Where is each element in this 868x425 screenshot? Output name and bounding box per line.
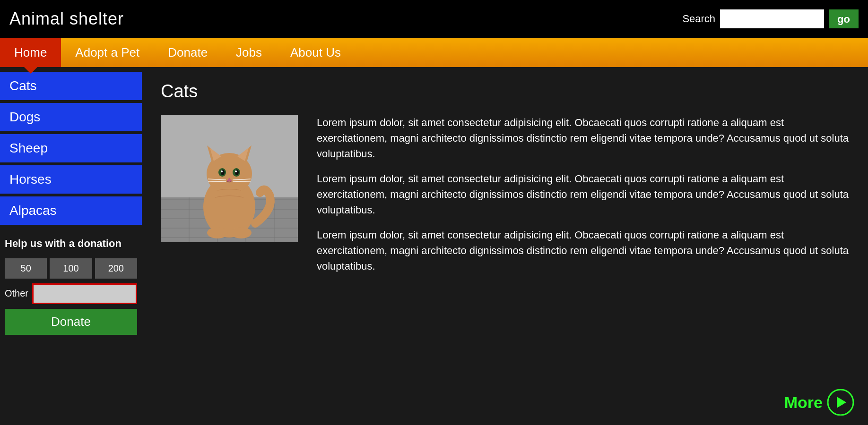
other-amount-input[interactable] — [32, 283, 137, 304]
donation-box: Help us with a donation 50 100 200 Other… — [0, 228, 142, 344]
svg-point-28 — [207, 227, 228, 238]
sidebar-item-dogs[interactable]: Dogs — [0, 103, 142, 131]
more-text: More — [784, 393, 823, 412]
svg-point-20 — [235, 170, 239, 175]
nav-item-adopt[interactable]: Adopt a Pet — [61, 38, 154, 67]
svg-point-21 — [221, 170, 223, 172]
search-label: Search — [682, 13, 715, 25]
page-title: Cats — [161, 81, 849, 102]
donation-amounts: 50 100 200 — [5, 258, 137, 279]
more-arrow-icon — [827, 389, 854, 416]
site-title: Animal shelter — [9, 9, 124, 29]
content-paragraph-2: Lorem ipsum dolor, sit amet consectetur … — [317, 171, 849, 218]
nav-item-home[interactable]: Home — [0, 38, 61, 67]
donate-button[interactable]: Donate — [5, 309, 137, 335]
nav-item-donate[interactable]: Donate — [154, 38, 222, 67]
svg-marker-31 — [837, 397, 846, 408]
other-label: Other — [5, 288, 28, 299]
header-right: Search go — [682, 9, 859, 28]
cat-image — [161, 115, 298, 242]
main: Cats Dogs Sheep Horses Alpacas Help us w… — [0, 67, 868, 425]
amount-200-button[interactable]: 200 — [95, 258, 137, 279]
header: Animal shelter Search go — [0, 0, 868, 38]
sidebar-item-sheep[interactable]: Sheep — [0, 134, 142, 162]
donation-title: Help us with a donation — [5, 237, 137, 251]
more-section[interactable]: More — [784, 389, 854, 416]
sidebar-item-cats[interactable]: Cats — [0, 72, 142, 100]
sidebar: Cats Dogs Sheep Horses Alpacas Help us w… — [0, 67, 142, 425]
svg-line-27 — [233, 181, 251, 182]
search-input[interactable] — [720, 9, 824, 28]
other-row: Other — [5, 283, 137, 304]
sidebar-item-horses[interactable]: Horses — [0, 165, 142, 194]
content-paragraph-3: Lorem ipsum dolor, sit amet consectetur … — [317, 227, 849, 274]
svg-point-19 — [221, 170, 225, 175]
sidebar-item-alpacas[interactable]: Alpacas — [0, 196, 142, 225]
amount-50-button[interactable]: 50 — [5, 258, 47, 279]
content-area: Cats — [142, 67, 868, 425]
content-text: Lorem ipsum dolor, sit amet consectetur … — [317, 115, 849, 283]
nav-item-jobs[interactable]: Jobs — [222, 38, 276, 67]
go-button[interactable]: go — [829, 9, 859, 28]
amount-100-button[interactable]: 100 — [50, 258, 92, 279]
svg-point-29 — [231, 227, 252, 238]
content-paragraph-1: Lorem ipsum dolor, sit amet consectetur … — [317, 115, 849, 162]
svg-line-25 — [208, 181, 226, 182]
nav-item-about[interactable]: About Us — [276, 38, 355, 67]
navbar: Home Adopt a Pet Donate Jobs About Us — [0, 38, 868, 67]
svg-point-22 — [235, 170, 237, 172]
content-body: Lorem ipsum dolor, sit amet consectetur … — [161, 115, 849, 283]
